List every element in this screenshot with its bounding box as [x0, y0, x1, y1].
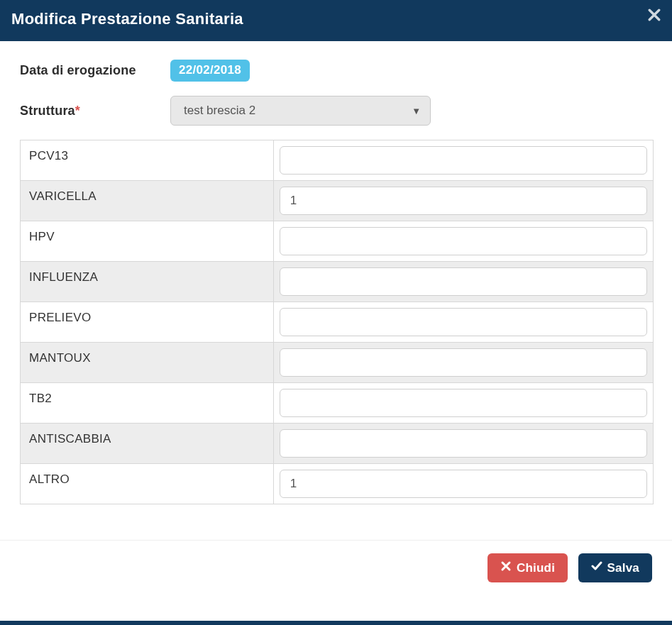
structure-label-text: Struttura [20, 104, 75, 118]
table-row: INFLUENZA [21, 262, 654, 302]
modal-footer: Chiudi Salva [0, 540, 672, 597]
row-label: PCV13 [21, 140, 274, 181]
services-table: PCV13 VARICELLA HPV [20, 140, 654, 504]
row-value-cell [273, 343, 653, 383]
row-label: MANTOUX [21, 343, 274, 383]
row-value-cell [273, 262, 653, 302]
table-row: HPV [21, 221, 654, 262]
table-row: VARICELLA [21, 181, 654, 221]
services-table-body: PCV13 VARICELLA HPV [21, 140, 654, 504]
modal-title: Modifica Prestazione Sanitaria [11, 10, 243, 28]
structure-row: Struttura* test brescia 2 ▼ [20, 96, 656, 126]
check-icon [591, 560, 602, 575]
row-label: PRELIEVO [21, 302, 274, 343]
row-value-cell [273, 181, 653, 221]
date-row: Data di erogazione 22/02/2018 [20, 60, 656, 82]
date-badge[interactable]: 22/02/2018 [170, 60, 250, 82]
modal-body: Data di erogazione 22/02/2018 Struttura*… [0, 41, 672, 523]
table-area: PCV13 VARICELLA HPV [20, 140, 656, 523]
modal: Modifica Prestazione Sanitaria Data di e… [0, 0, 672, 625]
row-value-cell [273, 424, 653, 464]
table-row: ANTISCABBIA [21, 424, 654, 464]
table-scroll[interactable]: PCV13 VARICELLA HPV [20, 140, 656, 523]
modal-header: Modifica Prestazione Sanitaria [0, 0, 672, 41]
row-label: VARICELLA [21, 181, 274, 221]
row-label: TB2 [21, 383, 274, 424]
table-row: MANTOUX [21, 343, 654, 383]
table-row: TB2 [21, 383, 654, 424]
row-value-input[interactable] [280, 267, 647, 296]
save-button-label: Salva [607, 561, 639, 575]
structure-select[interactable]: test brescia 2 [170, 96, 431, 126]
required-marker: * [75, 104, 80, 118]
row-value-cell [273, 302, 653, 343]
row-value-input[interactable] [280, 187, 647, 215]
row-value-input[interactable] [280, 470, 647, 498]
row-label: INFLUENZA [21, 262, 274, 302]
row-value-input[interactable] [280, 227, 647, 255]
row-value-input[interactable] [280, 308, 647, 336]
save-button[interactable]: Salva [578, 553, 652, 582]
close-icon[interactable] [648, 6, 661, 24]
table-row: ALTRO [21, 464, 654, 504]
structure-select-wrap: test brescia 2 ▼ [170, 96, 431, 126]
date-label: Data di erogazione [20, 63, 170, 78]
close-button[interactable]: Chiudi [488, 553, 568, 582]
row-label: ANTISCABBIA [21, 424, 274, 464]
structure-label: Struttura* [20, 104, 170, 118]
row-value-cell [273, 464, 653, 504]
table-row: PCV13 [21, 140, 654, 181]
row-label: ALTRO [21, 464, 274, 504]
row-value-cell [273, 140, 653, 181]
row-value-cell [273, 383, 653, 424]
row-value-input[interactable] [280, 389, 647, 417]
row-value-input[interactable] [280, 146, 647, 175]
row-label: HPV [21, 221, 274, 262]
table-row: PRELIEVO [21, 302, 654, 343]
close-button-label: Chiudi [517, 561, 555, 575]
row-value-input[interactable] [280, 429, 647, 458]
row-value-cell [273, 221, 653, 262]
bottom-border [0, 621, 672, 625]
close-button-icon [500, 560, 512, 575]
row-value-input[interactable] [280, 348, 647, 377]
